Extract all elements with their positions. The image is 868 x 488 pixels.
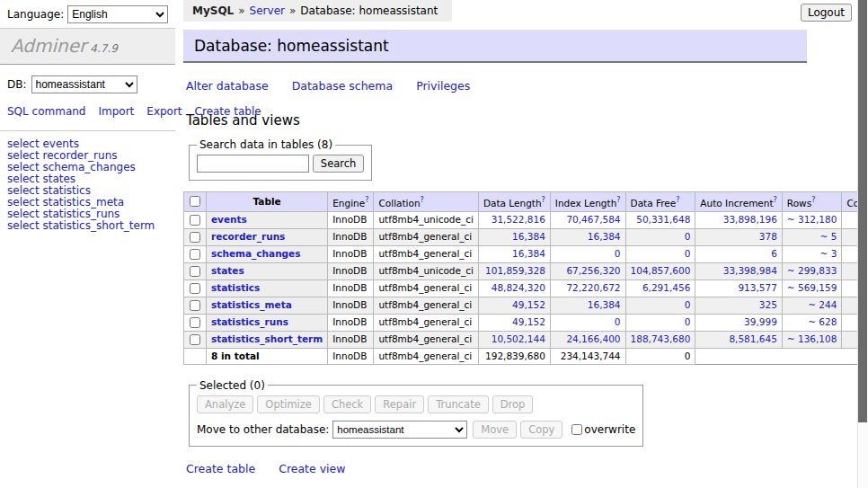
cell-rows[interactable]: ~ 5 [782, 228, 842, 245]
drop-button[interactable]: Drop [492, 395, 534, 413]
table-row: statistics_metaInnoDButf8mb4_general_ci4… [184, 297, 868, 314]
cell-auto-increment[interactable]: 39,999 [695, 314, 783, 331]
row-checkbox[interactable] [190, 334, 200, 345]
table-name-link[interactable]: events [211, 214, 247, 225]
alter-database-link[interactable]: Alter database [186, 79, 269, 93]
language-select[interactable]: English [67, 5, 168, 23]
table-header-row: TableEngine?Collation?Data Length?Index … [184, 192, 868, 212]
cell-data-length[interactable]: 10,502,144 [478, 331, 550, 348]
cell-data-free[interactable]: 0 [625, 245, 695, 262]
sidebar-action-export[interactable]: Export [146, 105, 182, 118]
cell-rows[interactable]: ~ 136,108 [782, 331, 842, 348]
cell-rows[interactable]: ~ 312,180 [782, 211, 842, 228]
privileges-link[interactable]: Privileges [416, 79, 470, 93]
table-name-link[interactable]: states [211, 265, 244, 276]
repair-button[interactable]: Repair [375, 395, 424, 413]
cell-data-free[interactable]: 50,331,648 [625, 211, 695, 228]
table-name-link[interactable]: schema_changes [211, 248, 301, 259]
row-checkbox[interactable] [190, 266, 200, 277]
help-link-icon[interactable]: ? [542, 196, 545, 204]
cell-auto-increment[interactable]: 325 [695, 297, 783, 314]
cell-index-length[interactable]: 0 [550, 314, 625, 331]
cell-index-length[interactable]: 72,220,672 [550, 279, 625, 297]
breadcrumb-server-link[interactable]: Server [250, 4, 285, 17]
overwrite-checkbox[interactable] [571, 424, 582, 435]
app-version[interactable]: 4.7.9 [90, 42, 118, 55]
cell-auto-increment[interactable]: 6 [695, 245, 783, 262]
move-database-select[interactable]: homeassistant [332, 421, 467, 439]
sidebar-action-sql-command[interactable]: SQL command [7, 105, 85, 118]
logout-button[interactable]: Logout [801, 4, 852, 22]
cell-rows[interactable]: ~ 3 [782, 245, 842, 262]
cell-index-length[interactable]: 16,384 [550, 297, 625, 314]
cell-auto-increment[interactable]: 33,898,196 [695, 211, 783, 228]
search-button[interactable]: Search [313, 155, 365, 173]
cell-data-free[interactable]: 188,743,680 [625, 331, 695, 348]
scrollbar-thumb[interactable] [858, 0, 867, 422]
cell-data-length[interactable]: 16,384 [478, 228, 550, 245]
cell-rows[interactable]: ~ 299,833 [782, 262, 842, 279]
row-checkbox[interactable] [190, 317, 200, 328]
cell-auto-increment[interactable]: 378 [695, 228, 783, 245]
cell-index-length[interactable]: 67,256,320 [550, 262, 625, 279]
truncate-button[interactable]: Truncate [428, 395, 489, 413]
help-link-icon[interactable]: ? [616, 196, 620, 204]
overwrite-label[interactable]: overwrite [584, 423, 635, 436]
table-name-link[interactable]: statistics_runs [211, 316, 288, 327]
row-checkbox[interactable] [190, 300, 200, 311]
database-schema-link[interactable]: Database schema [292, 79, 393, 93]
cell-auto-increment[interactable]: 913,577 [695, 279, 783, 297]
check-button[interactable]: Check [323, 395, 371, 413]
help-link-icon[interactable]: ? [811, 196, 815, 204]
cell-data-length[interactable]: 16,384 [478, 245, 550, 262]
optimize-button[interactable]: Optimize [257, 395, 320, 413]
help-link-icon[interactable]: ? [365, 196, 368, 204]
cell-index-length[interactable]: 70,467,584 [550, 211, 625, 228]
row-checkbox[interactable] [190, 249, 200, 260]
cell-data-free[interactable]: 0 [625, 314, 695, 331]
row-checkbox[interactable] [190, 232, 200, 243]
cell-data-free[interactable]: 6,291,456 [625, 279, 695, 297]
create-view-link[interactable]: Create view [279, 462, 345, 475]
column-header-rows: Rows? [782, 192, 842, 212]
table-name-link[interactable]: statistics_short_term [211, 333, 323, 344]
cell-rows[interactable]: ~ 628 [782, 314, 842, 331]
db-select[interactable]: homeassistant [31, 75, 137, 93]
move-button[interactable]: Move [473, 421, 517, 439]
cell-data-length[interactable]: 101,859,328 [478, 262, 550, 279]
sidebar-action-import[interactable]: Import [98, 105, 134, 118]
sidebar-select-statistics_short_term[interactable]: select statistics_short_term [7, 220, 168, 232]
search-input[interactable] [197, 155, 309, 173]
help-link-icon[interactable]: ? [676, 196, 679, 204]
table-name-link[interactable]: statistics [211, 282, 260, 293]
cell-data-free[interactable]: 104,857,600 [625, 262, 695, 279]
help-link-icon[interactable]: ? [774, 196, 777, 204]
help-link-icon[interactable]: ? [421, 196, 424, 204]
scrollbar-track[interactable] [857, 0, 868, 488]
total-index-length-cell: 234,143,744 [550, 348, 625, 364]
cell-data-length[interactable]: 49,152 [478, 314, 550, 331]
table-name-link[interactable]: statistics_meta [211, 299, 292, 310]
cell-index-length[interactable]: 24,166,400 [550, 331, 625, 348]
cell-auto-increment[interactable]: 8,581,645 [695, 331, 783, 348]
cell-collation: utf8mb4_general_ci [374, 331, 478, 348]
cell-rows[interactable]: ~ 569,159 [782, 279, 842, 297]
copy-button[interactable]: Copy [520, 421, 562, 439]
row-checkbox[interactable] [190, 215, 200, 226]
breadcrumb-root[interactable]: MySQL [192, 4, 234, 17]
cell-data-length[interactable]: 31,522,816 [478, 211, 550, 228]
cell-rows[interactable]: ~ 244 [782, 297, 842, 314]
create-links-row: Create tableCreate view [186, 462, 807, 475]
cell-index-length[interactable]: 0 [550, 245, 625, 262]
cell-data-free[interactable]: 0 [625, 297, 695, 314]
cell-data-length[interactable]: 49,152 [478, 297, 550, 314]
row-checkbox[interactable] [190, 283, 200, 294]
create-table-link[interactable]: Create table [186, 462, 255, 475]
cell-data-free[interactable]: 0 [625, 228, 695, 245]
table-name-link[interactable]: recorder_runs [211, 231, 285, 242]
analyze-button[interactable]: Analyze [197, 395, 253, 413]
cell-data-length[interactable]: 48,824,320 [478, 279, 550, 297]
cell-auto-increment[interactable]: 33,398,984 [695, 262, 783, 279]
select-all-checkbox[interactable] [190, 196, 200, 207]
cell-index-length[interactable]: 16,384 [550, 228, 625, 245]
